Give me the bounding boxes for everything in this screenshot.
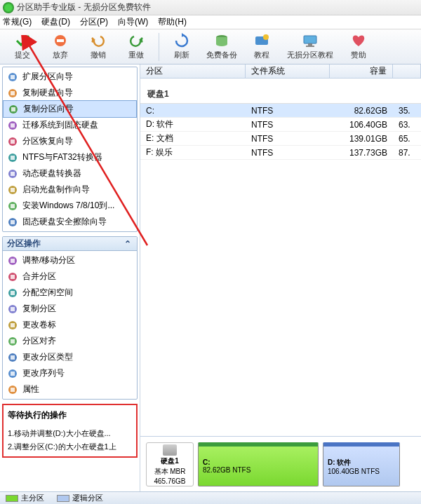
donate-button[interactable]: 赞助 xyxy=(340,31,377,63)
partition-op-item[interactable]: 分配空闲空间 xyxy=(3,285,137,301)
partition-ops-header[interactable]: 分区操作 ⌃ xyxy=(3,237,137,251)
svg-rect-27 xyxy=(11,220,15,224)
partition-ops-panel: 分区操作 ⌃ 调整/移动分区合并分区分配空闲空间复制分区更改卷标分区对齐更改分区… xyxy=(2,236,138,400)
op-item-icon xyxy=(7,304,18,315)
partition-row[interactable]: E: 文档NTFS139.01GB65. xyxy=(140,132,421,146)
wizard-item-icon xyxy=(7,200,18,212)
op-item-label: 更改序列号 xyxy=(22,367,65,379)
partition-op-item[interactable]: 合并分区 xyxy=(3,268,137,285)
redo-button[interactable]: 重做 xyxy=(118,31,154,63)
menu-partition[interactable]: 分区(P) xyxy=(80,16,108,28)
pending-item[interactable]: 2.调整分区(C:)的大小在硬盘1上 xyxy=(6,440,133,454)
backup-button[interactable]: 免费备份 xyxy=(201,31,242,63)
wizard-item[interactable]: 复制分区向导 xyxy=(3,100,137,118)
op-item-icon xyxy=(7,271,18,282)
svg-rect-43 xyxy=(11,372,15,376)
disk-info[interactable]: 硬盘1 基本 MBR 465.76GB xyxy=(146,442,194,486)
svg-rect-29 xyxy=(11,259,15,263)
wizard-item[interactable]: 动态硬盘转换器 xyxy=(3,165,137,182)
partition-op-item[interactable]: 属性 xyxy=(3,381,137,397)
partition-row[interactable]: F: 娱乐NTFS137.73GB87. xyxy=(140,146,421,160)
app-icon xyxy=(3,2,14,13)
wizard-item[interactable]: 复制硬盘向导 xyxy=(3,85,137,101)
wizard-item[interactable]: 安装Windows 7/8/10到... xyxy=(3,198,137,214)
undo-icon xyxy=(91,33,106,48)
partition-op-item[interactable]: 调整/移动分区 xyxy=(3,252,137,268)
partition-op-item[interactable]: 更改序列号 xyxy=(3,365,137,381)
svg-rect-31 xyxy=(11,275,15,279)
op-item-label: 更改卷标 xyxy=(22,319,56,331)
discard-button[interactable]: 放弃 xyxy=(42,31,79,63)
wizard-item[interactable]: 迁移系统到固态硬盘 xyxy=(3,117,137,133)
wizard-item[interactable]: 启动光盘制作向导 xyxy=(3,182,137,198)
course-button[interactable]: 无损分区教程 xyxy=(281,31,339,63)
op-item-label: 分配空闲空间 xyxy=(22,287,73,299)
svg-rect-45 xyxy=(11,388,15,392)
wizard-item[interactable]: 分区恢复向导 xyxy=(3,133,137,149)
partition-op-item[interactable]: 分区对齐 xyxy=(3,333,137,349)
svg-rect-15 xyxy=(11,123,15,128)
svg-rect-7 xyxy=(306,46,314,47)
disk-icon xyxy=(163,444,177,456)
col-partition[interactable]: 分区 xyxy=(140,64,246,78)
svg-rect-39 xyxy=(11,339,15,343)
refresh-button[interactable]: 刷新 xyxy=(163,31,200,63)
backup-icon xyxy=(214,33,229,48)
partition-op-item[interactable]: 更改卷标 xyxy=(3,317,137,333)
wizard-item-label: 复制硬盘向导 xyxy=(22,87,73,99)
svg-point-4 xyxy=(263,34,269,40)
partition-row[interactable]: C:NTFS82.62GB35. xyxy=(140,104,421,118)
wizard-item-label: 动态硬盘转换器 xyxy=(22,168,81,179)
svg-rect-1 xyxy=(57,39,64,42)
wizard-item-label: 启动光盘制作向导 xyxy=(22,184,90,196)
op-item-label: 合并分区 xyxy=(22,271,56,282)
toolbar-separator xyxy=(159,33,159,61)
disk-map-part-c[interactable]: C: 82.62GB NTFS xyxy=(198,442,319,486)
course-icon xyxy=(302,33,318,48)
op-item-label: 调整/移动分区 xyxy=(22,254,75,266)
op-item-label: 属性 xyxy=(22,383,39,395)
svg-rect-13 xyxy=(11,107,15,111)
undo-button[interactable]: 撤销 xyxy=(80,31,116,63)
partition-row[interactable]: D: 软件NTFS106.40GB63. xyxy=(140,118,421,132)
legend-logical: 逻辑分区 xyxy=(57,493,103,503)
menu-general[interactable]: 常规(G) xyxy=(3,16,32,28)
menu-help[interactable]: 帮助(H) xyxy=(158,16,187,28)
status-bar: 主分区 逻辑分区 xyxy=(0,491,421,504)
op-item-icon xyxy=(7,336,18,347)
partition-op-item[interactable]: 更改分区类型 xyxy=(3,349,137,365)
wizard-item-icon xyxy=(7,168,18,179)
wizard-item-label: 复制分区向导 xyxy=(23,103,74,115)
svg-rect-23 xyxy=(11,188,15,192)
left-sidebar: 扩展分区向导复制硬盘向导复制分区向导迁移系统到固态硬盘分区恢复向导NTFS与FA… xyxy=(0,64,140,492)
wizard-panel: 扩展分区向导复制硬盘向导复制分区向导迁移系统到固态硬盘分区恢复向导NTFS与FA… xyxy=(2,67,138,232)
op-item-icon xyxy=(7,320,18,331)
tutorial-icon xyxy=(254,33,269,48)
refresh-icon xyxy=(174,33,189,48)
op-item-icon xyxy=(7,384,18,395)
svg-rect-11 xyxy=(11,91,15,95)
col-filesystem[interactable]: 文件系统 xyxy=(246,64,330,78)
wizard-item-icon xyxy=(7,152,18,163)
wizard-item[interactable]: 固态硬盘安全擦除向导 xyxy=(3,214,137,230)
col-capacity[interactable]: 容量 xyxy=(330,64,393,78)
svg-rect-33 xyxy=(11,291,15,295)
svg-rect-5 xyxy=(304,36,316,43)
tutorial-button[interactable]: 教程 xyxy=(243,31,280,63)
wizard-item[interactable]: 扩展分区向导 xyxy=(3,69,137,85)
menu-disk[interactable]: 硬盘(D) xyxy=(41,16,70,28)
svg-rect-19 xyxy=(11,156,15,160)
svg-rect-17 xyxy=(11,139,15,144)
disk-map-part-d[interactable]: D: 软件 106.40GB NTFS xyxy=(323,442,400,486)
op-item-label: 复制分区 xyxy=(22,303,56,315)
menu-wizard[interactable]: 向导(W) xyxy=(118,16,148,28)
discard-icon xyxy=(53,33,68,48)
submit-button[interactable]: 提交 xyxy=(4,31,41,63)
heart-icon xyxy=(351,33,366,48)
op-item-icon xyxy=(7,368,18,379)
wizard-item[interactable]: NTFS与FAT32转换器 xyxy=(3,149,137,165)
partition-op-item[interactable]: 复制分区 xyxy=(3,301,137,317)
op-item-icon xyxy=(7,255,18,266)
op-item-icon xyxy=(7,352,18,363)
pending-item[interactable]: 1.移动并调整(D:)大小在硬盘... xyxy=(6,427,133,440)
